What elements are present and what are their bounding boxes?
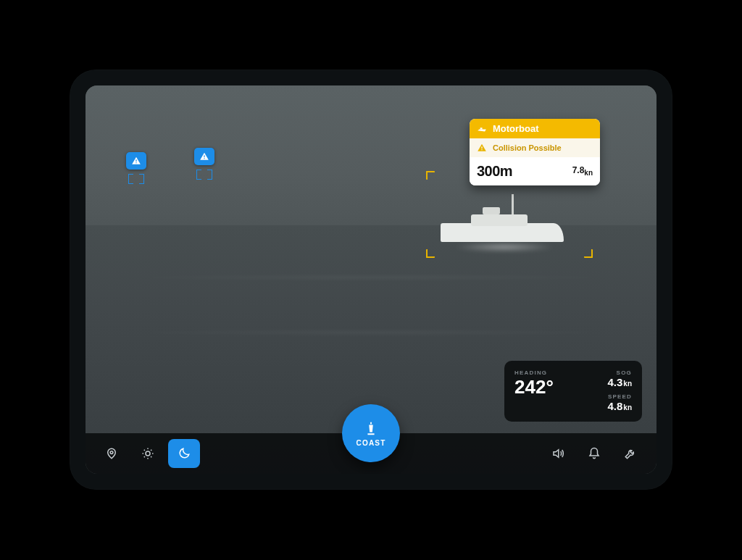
pin-button[interactable] [96, 439, 128, 468]
day-mode-button[interactable] [132, 439, 164, 468]
svg-rect-6 [481, 149, 482, 150]
target-data-row: 300m 7.8kn [470, 157, 600, 185]
heading-value: 242° [514, 376, 594, 398]
vessel-warning-icon [194, 148, 214, 165]
night-mode-button[interactable] [168, 439, 200, 468]
distant-contact-marker[interactable] [126, 152, 146, 184]
target-type-label: Motorboat [493, 123, 539, 134]
sog-value: 4.3kn [607, 376, 632, 389]
warning-triangle-icon [477, 143, 487, 153]
vessel-warning-icon [126, 152, 146, 170]
sog-label: SOG [607, 369, 632, 376]
tracker-corners [196, 170, 212, 180]
target-warning-label: Collision Possible [493, 143, 562, 152]
svg-rect-1 [136, 162, 136, 163]
speed-value: 4.8kn [607, 400, 632, 413]
tablet-frame: Motorboat Collision Possible 300m 7.8kn … [70, 70, 672, 490]
lighthouse-icon [363, 420, 379, 436]
pin-icon [105, 447, 118, 460]
svg-point-8 [146, 451, 150, 456]
target-speed-value: 7.8kn [572, 165, 593, 177]
moon-icon [178, 447, 191, 460]
tracker-corners [128, 174, 144, 184]
volume-button[interactable] [542, 439, 574, 468]
target-type-row: Motorboat [470, 119, 600, 138]
navigation-hud: HEADING 242° SOG 4.3kn SPEED 4.8kn [504, 361, 642, 422]
volume-icon [551, 447, 564, 460]
target-info-card[interactable]: Motorboat Collision Possible 300m 7.8kn [470, 119, 600, 185]
coast-mode-button[interactable]: COAST [342, 404, 400, 462]
boat-icon [477, 124, 487, 134]
target-warning-row: Collision Possible [470, 138, 600, 157]
bell-icon [588, 447, 601, 460]
sun-icon [141, 447, 154, 460]
svg-rect-3 [204, 158, 204, 159]
svg-rect-0 [136, 159, 136, 162]
wrench-icon [624, 447, 637, 460]
svg-rect-4 [480, 128, 483, 129]
settings-button[interactable] [614, 439, 646, 468]
heading-label: HEADING [514, 369, 594, 376]
svg-rect-2 [204, 155, 204, 157]
camera-feed: Motorboat Collision Possible 300m 7.8kn … [86, 85, 656, 474]
svg-point-7 [110, 451, 113, 454]
coast-mode-label: COAST [357, 439, 386, 447]
distant-contact-marker[interactable] [194, 148, 214, 180]
target-distance-value: 300m [477, 163, 512, 180]
speed-label: SPEED [607, 393, 632, 400]
alerts-button[interactable] [578, 439, 610, 468]
svg-rect-5 [481, 146, 482, 149]
